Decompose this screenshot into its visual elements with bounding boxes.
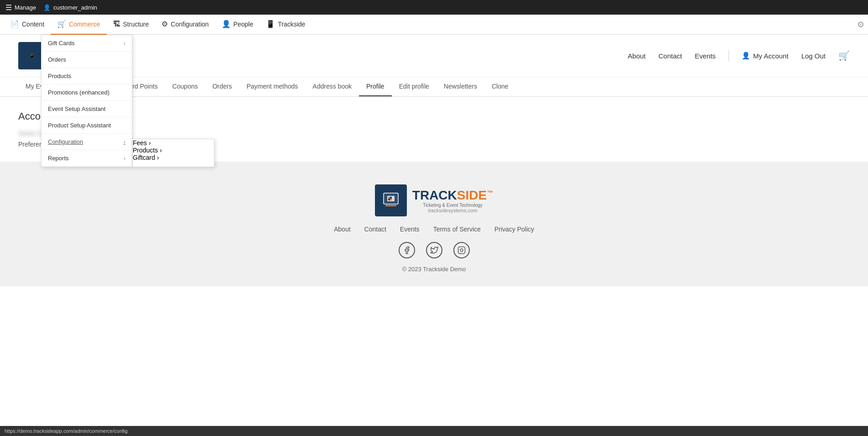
nav-bar-right: ⚙ <box>857 20 864 30</box>
footer-url: tracksidesystems.com <box>412 208 493 213</box>
svg-rect-5 <box>390 197 392 199</box>
footer-logo: TRACKSIDE™ Ticketing & Event Technology … <box>9 184 859 216</box>
hamburger-icon: ☰ <box>5 3 12 12</box>
menu-item-products[interactable]: Products <box>42 68 132 84</box>
menu-item-orders[interactable]: Orders <box>42 52 132 68</box>
footer-tos-link[interactable]: Terms of Service <box>433 226 481 233</box>
footer-events-link[interactable]: Events <box>400 226 420 233</box>
products-sub-label: Products <box>133 147 158 154</box>
svg-rect-7 <box>390 199 392 200</box>
structure-icon: 🏗 <box>113 20 120 28</box>
footer-about-link[interactable]: About <box>334 226 351 233</box>
footer-copyright: © 2023 Trackside Demo <box>9 266 859 273</box>
footer-privacy-link[interactable]: Privacy Policy <box>494 226 534 233</box>
nav-item-configuration[interactable]: ⚙ Configuration <box>155 15 215 35</box>
nav-item-people[interactable]: 👤 People <box>215 15 260 35</box>
nav-config-label: Configuration <box>171 21 208 28</box>
manage-label: Manage <box>15 4 36 11</box>
logo-icon: 📱 <box>29 53 35 59</box>
menu-item-promotions[interactable]: Promotions (enhanced) <box>42 84 132 101</box>
configuration-label: Configuration <box>48 138 83 145</box>
main-nav-links: About Contact Events 👤 My Account Log Ou… <box>628 50 850 61</box>
footer-links: About Contact Events Terms of Service Pr… <box>9 226 859 233</box>
commerce-dropdown: Gift Cards › Orders Products Promotions … <box>41 35 214 167</box>
my-account-link[interactable]: 👤 My Account <box>742 52 789 60</box>
trackside-brand: TRACKSIDE™ <box>412 188 493 203</box>
people-icon: 👤 <box>222 20 231 28</box>
footer-logo-icon <box>382 191 400 210</box>
menu-item-reports[interactable]: Reports › <box>42 150 132 167</box>
config-icon: ⚙ <box>161 20 168 28</box>
menu-item-event-setup[interactable]: Event Setup Assistant <box>42 101 132 117</box>
facebook-icon[interactable] <box>399 242 415 258</box>
nav-item-structure[interactable]: 🏗 Structure <box>107 15 156 35</box>
svg-rect-8 <box>458 247 465 254</box>
products-chevron-icon: › <box>160 147 162 154</box>
contact-link[interactable]: Contact <box>659 52 682 60</box>
tab-address-book[interactable]: Address book <box>305 77 359 96</box>
menu-item-gift-cards[interactable]: Gift Cards › <box>42 35 132 52</box>
user-circle-icon: 👤 <box>742 52 750 60</box>
twitter-icon[interactable] <box>426 242 442 258</box>
user-label: customer_admin <box>53 4 97 11</box>
nav-people-label: People <box>234 21 254 28</box>
side-word: SIDE <box>457 188 487 202</box>
reports-label: Reports <box>48 155 69 162</box>
trackside-icon: 📱 <box>266 20 275 28</box>
submenu-item-giftcard[interactable]: Giftcard › <box>133 154 214 161</box>
svg-rect-4 <box>388 197 390 199</box>
nav-item-commerce[interactable]: 🛒 Commerce <box>51 15 106 35</box>
reports-submenu: Fees › Products › Giftcard › <box>132 139 214 167</box>
cart-icon[interactable]: 🛒 <box>838 50 850 61</box>
product-setup-label: Product Setup Assistant <box>48 122 111 129</box>
content-icon: 📄 <box>10 20 19 28</box>
fees-chevron-icon: › <box>149 139 151 147</box>
commerce-menu: Gift Cards › Orders Products Promotions … <box>41 35 132 167</box>
nav-commerce-label: Commerce <box>69 21 100 28</box>
nav-trackside-label: Trackside <box>278 21 305 28</box>
tab-profile[interactable]: Profile <box>359 77 392 96</box>
manage-button[interactable]: ☰ Manage <box>5 3 36 12</box>
submenu-item-fees[interactable]: Fees › <box>133 139 214 147</box>
user-info: 👤 customer_admin <box>43 4 97 11</box>
svg-rect-6 <box>388 199 390 200</box>
chevron-right-icon-3: › <box>124 155 125 162</box>
nav-bar: 📄 Content 🛒 Commerce 🏗 Structure ⚙ Confi… <box>0 15 868 35</box>
chevron-right-icon: › <box>124 40 125 47</box>
giftcard-chevron-icon: › <box>157 154 159 161</box>
nav-item-trackside[interactable]: 📱 Trackside <box>260 15 312 35</box>
svg-rect-3 <box>385 205 396 206</box>
footer-social <box>9 242 859 258</box>
tab-payment-methods[interactable]: Payment methods <box>239 77 306 96</box>
promotions-label: Promotions (enhanced) <box>48 89 109 96</box>
tab-newsletters[interactable]: Newsletters <box>437 77 484 96</box>
tab-clone[interactable]: Clone <box>484 77 516 96</box>
tab-edit-profile[interactable]: Edit profile <box>392 77 437 96</box>
tm-symbol: ™ <box>487 189 493 196</box>
admin-bar: ☰ Manage 👤 customer_admin <box>0 0 868 15</box>
instagram-icon[interactable] <box>453 242 470 258</box>
user-icon: 👤 <box>43 4 51 11</box>
nav-structure-label: Structure <box>123 21 149 28</box>
nav-divider <box>728 50 729 61</box>
orders-label: Orders <box>48 56 66 63</box>
fees-label: Fees <box>133 139 147 147</box>
submenu-item-products[interactable]: Products › <box>133 147 214 154</box>
footer-contact-link[interactable]: Contact <box>364 226 386 233</box>
chevron-right-icon-2: › <box>124 139 125 145</box>
footer: TRACKSIDE™ Ticketing & Event Technology … <box>0 162 868 286</box>
footer-logo-text: TRACKSIDE™ Ticketing & Event Technology … <box>412 188 493 213</box>
footer-logo-box <box>375 184 407 216</box>
logout-link[interactable]: Log Out <box>801 52 826 60</box>
giftcard-label: Giftcard <box>133 154 155 161</box>
events-link[interactable]: Events <box>695 52 716 60</box>
my-account-label: My Account <box>753 52 789 60</box>
menu-item-configuration[interactable]: Configuration › <box>42 134 132 150</box>
commerce-icon: 🛒 <box>57 20 66 28</box>
products-label: Products <box>48 73 71 79</box>
nav-content-label: Content <box>22 21 44 28</box>
nav-settings-icon: ⚙ <box>857 20 864 30</box>
nav-item-content[interactable]: 📄 Content <box>4 15 51 35</box>
menu-item-product-setup[interactable]: Product Setup Assistant <box>42 117 132 134</box>
about-link[interactable]: About <box>628 52 645 60</box>
